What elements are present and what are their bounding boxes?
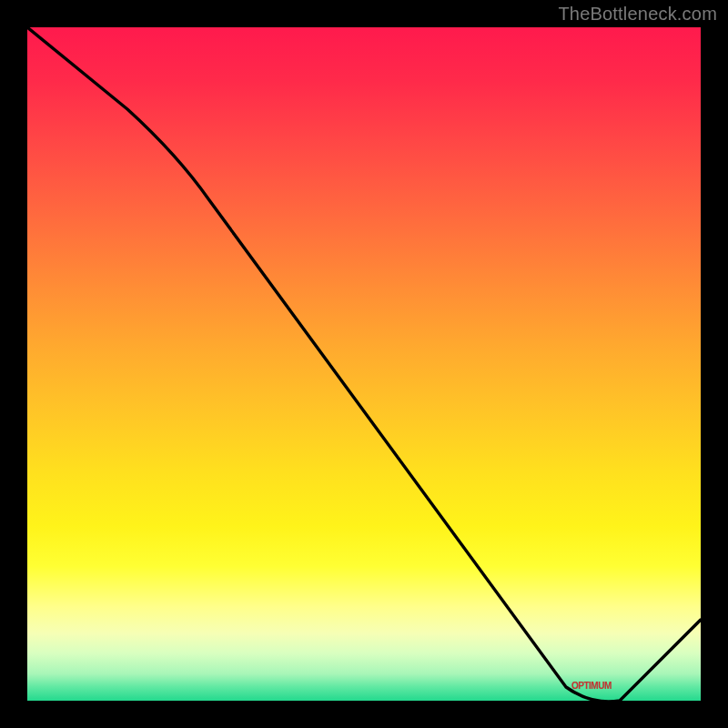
chart-curve — [27, 27, 701, 701]
chart-stage: TheBottleneck.com OPTIMUM — [0, 0, 728, 728]
chart-plot-area: OPTIMUM — [27, 27, 701, 701]
optimum-marker-label: OPTIMUM — [571, 681, 612, 691]
attribution-text: TheBottleneck.com — [558, 4, 717, 25]
